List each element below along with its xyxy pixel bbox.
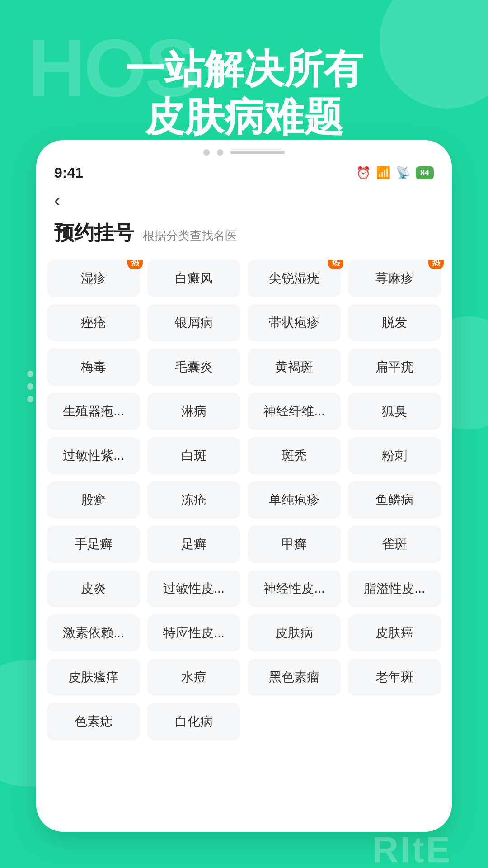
condition-tag[interactable]: 皮肤病 [248, 614, 341, 651]
condition-tag[interactable]: 生殖器疱... [47, 393, 140, 430]
battery-badge: 84 [416, 166, 434, 179]
condition-tag[interactable]: 过敏性皮... [147, 570, 240, 607]
phone-dot-2 [217, 149, 223, 156]
condition-tag[interactable]: 雀斑 [348, 526, 441, 563]
phone-top-bar [36, 140, 452, 160]
condition-tag[interactable]: 脂溢性皮... [348, 570, 441, 607]
condition-tag[interactable]: 足癣 [147, 526, 240, 563]
condition-tag[interactable]: 梅毒 [47, 349, 140, 386]
condition-tag[interactable]: 白斑 [147, 437, 240, 474]
condition-tag[interactable]: 神经纤维... [248, 393, 341, 430]
hot-badge: 热 [428, 260, 444, 269]
condition-tag[interactable]: 水痘 [147, 659, 240, 696]
bottom-watermark: RItE [0, 832, 488, 868]
condition-tag[interactable]: 尖锐湿疣热 [248, 260, 341, 297]
condition-tag[interactable]: 斑秃 [248, 437, 341, 474]
condition-tag[interactable]: 湿疹热 [47, 260, 140, 297]
condition-tag[interactable]: 白癜风 [147, 260, 240, 297]
condition-tag[interactable]: 狐臭 [348, 393, 441, 430]
condition-tag[interactable]: 粉刺 [348, 437, 441, 474]
condition-tag[interactable]: 股癣 [47, 481, 140, 519]
condition-tag[interactable]: 淋病 [147, 393, 240, 430]
condition-tag[interactable]: 老年斑 [348, 659, 441, 696]
condition-tag[interactable]: 色素痣 [47, 703, 140, 740]
wifi-icon: 📡 [396, 166, 410, 180]
signal-icon: 📶 [376, 166, 390, 180]
condition-tag[interactable]: 扁平疣 [348, 349, 441, 386]
condition-tag[interactable]: 荨麻疹热 [348, 260, 441, 297]
status-bar: 9:41 ⏰ 📶 📡 84 [36, 160, 452, 186]
conditions-grid: 湿疹热白癜风尖锐湿疣热荨麻疹热痤疮银屑病带状疱疹脱发梅毒毛囊炎黄褐斑扁平疣生殖器… [36, 260, 452, 740]
condition-tag[interactable]: 神经性皮... [248, 570, 341, 607]
condition-tag[interactable]: 鱼鳞病 [348, 481, 441, 519]
condition-tag[interactable]: 黄褐斑 [248, 349, 341, 386]
phone-dot-1 [203, 149, 210, 156]
phone-frame: 9:41 ⏰ 📶 📡 84 ‹ 预约挂号 根据分类查找名医 湿疹热白癜风尖锐湿疣… [36, 140, 452, 832]
phone-top-line [230, 151, 285, 154]
page-title: 预约挂号 [54, 220, 134, 246]
hot-badge: 热 [127, 260, 143, 269]
condition-tag[interactable]: 黑色素瘤 [248, 659, 341, 696]
condition-tag[interactable]: 皮肤癌 [348, 614, 441, 651]
condition-tag[interactable]: 手足癣 [47, 526, 140, 563]
hero-line1: 一站解决所有 [125, 47, 363, 91]
condition-tag[interactable]: 痤疮 [47, 304, 140, 341]
dot [27, 383, 33, 390]
page-title-area: 预约挂号 根据分类查找名医 [36, 215, 452, 260]
condition-tag[interactable]: 激素依赖... [47, 614, 140, 651]
condition-tag[interactable]: 单纯疱疹 [248, 481, 341, 519]
condition-tag[interactable]: 特应性皮... [147, 614, 240, 651]
condition-tag[interactable]: 银屑病 [147, 304, 240, 341]
condition-tag[interactable]: 白化病 [147, 703, 240, 740]
hot-badge: 热 [328, 260, 343, 269]
alarm-icon: ⏰ [356, 166, 371, 180]
dot [27, 396, 33, 402]
status-icons: ⏰ 📶 📡 84 [356, 166, 434, 180]
condition-tag[interactable]: 甲癣 [248, 526, 341, 563]
dot [27, 371, 33, 377]
condition-tag[interactable]: 脱发 [348, 304, 441, 341]
condition-tag[interactable]: 带状疱疹 [248, 304, 341, 341]
hero-line2: 皮肤病难题 [145, 94, 343, 139]
hero-section: 一站解决所有 皮肤病难题 [0, 45, 488, 141]
condition-tag[interactable]: 皮肤瘙痒 [47, 659, 140, 696]
back-button[interactable]: ‹ [36, 186, 452, 215]
rite-text: RItE [372, 829, 452, 868]
status-time: 9:41 [54, 165, 83, 181]
condition-tag[interactable]: 过敏性紫... [47, 437, 140, 474]
condition-tag[interactable]: 冻疮 [147, 481, 240, 519]
condition-tag[interactable]: 皮炎 [47, 570, 140, 607]
page-subtitle: 根据分类查找名医 [143, 228, 237, 244]
condition-tag[interactable]: 毛囊炎 [147, 349, 240, 386]
